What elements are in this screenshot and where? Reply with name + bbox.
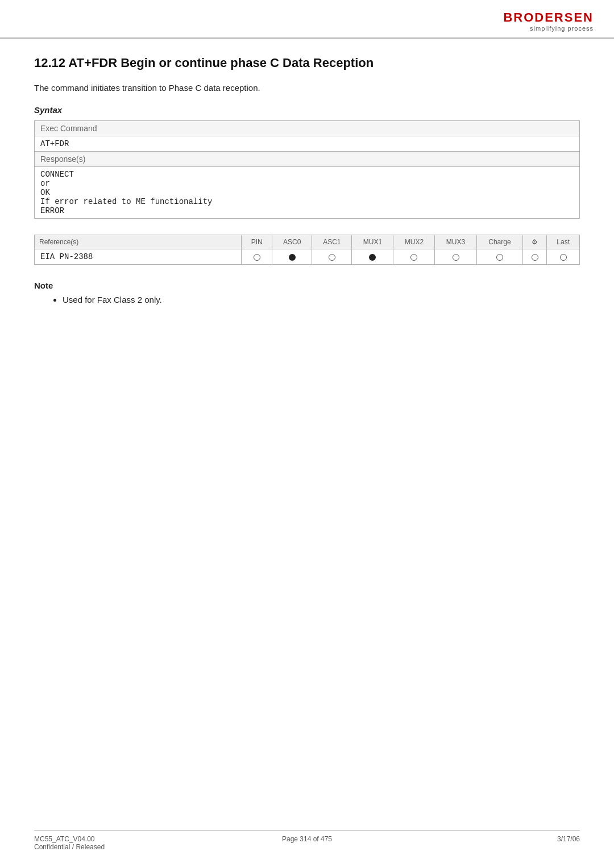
logo-sub: simplifying process xyxy=(530,25,594,32)
exec-command-value: AT+FDR xyxy=(35,136,580,152)
col-asc1: ASC1 xyxy=(312,235,352,249)
ref-charge xyxy=(476,249,523,265)
circle-empty-icon xyxy=(532,254,538,261)
col-mux1: MUX1 xyxy=(352,235,393,249)
footer-confidential: Confidential / Released xyxy=(34,843,216,851)
col-last: Last xyxy=(547,235,580,249)
col-last-icon: ⚙︎ xyxy=(523,235,547,249)
responses-label: Response(s) xyxy=(35,152,580,167)
col-pin: PIN xyxy=(242,235,272,249)
ref-mux2 xyxy=(393,249,435,265)
note-list: Used for Fax Class 2 only. xyxy=(34,295,580,304)
responses-label-row: Response(s) xyxy=(35,152,580,167)
ref-header-label: Reference(s) xyxy=(35,235,242,249)
note-item-1: Used for Fax Class 2 only. xyxy=(63,295,580,304)
exec-command-value-row: AT+FDR xyxy=(35,136,580,152)
logo-text: BRODERSEN xyxy=(503,10,594,25)
page-title: 12.12 AT+FDR Begin or continue phase C D… xyxy=(34,56,580,70)
ref-mux1 xyxy=(352,249,393,265)
ref-mux3 xyxy=(435,249,476,265)
col-asc0: ASC0 xyxy=(272,235,312,249)
footer-date: 3/17/06 xyxy=(398,835,580,843)
circle-filled-asc0 xyxy=(289,254,296,261)
footer-page: Page 314 of 475 xyxy=(216,835,398,843)
ref-last xyxy=(547,249,580,265)
col-mux3: MUX3 xyxy=(435,235,476,249)
ref-pin xyxy=(242,249,272,265)
responses-value-row: CONNECT or OK If error related to ME fun… xyxy=(35,167,580,219)
circle-empty-charge xyxy=(496,254,503,261)
ref-asc1 xyxy=(312,249,352,265)
syntax-table: Exec Command AT+FDR Response(s) CONNECT … xyxy=(34,120,580,219)
col-charge: Charge xyxy=(476,235,523,249)
logo-area: BRODERSEN simplifying process xyxy=(503,10,594,32)
circle-empty-mux2 xyxy=(410,254,417,261)
circle-filled-mux1 xyxy=(369,254,376,261)
page-footer: MC55_ATC_V04.00 Confidential / Released … xyxy=(34,830,580,851)
ref-asc0 xyxy=(272,249,312,265)
circle-empty-mux3 xyxy=(453,254,459,261)
circle-empty-asc1 xyxy=(329,254,335,261)
main-content: 12.12 AT+FDR Begin or continue phase C D… xyxy=(0,39,614,339)
ref-header-row: Reference(s) PIN ASC0 ASC1 MUX1 MUX2 MUX… xyxy=(35,235,580,249)
reference-table: Reference(s) PIN ASC0 ASC1 MUX1 MUX2 MUX… xyxy=(34,235,580,265)
exec-command-row: Exec Command xyxy=(35,121,580,136)
col-mux2: MUX2 xyxy=(393,235,435,249)
circle-empty-pin xyxy=(254,254,260,261)
exec-command-label: Exec Command xyxy=(35,121,580,136)
footer-left: MC55_ATC_V04.00 Confidential / Released xyxy=(34,835,216,851)
ref-data-row: EIA PN-2388 xyxy=(35,249,580,265)
syntax-heading: Syntax xyxy=(34,105,580,115)
responses-value: CONNECT or OK If error related to ME fun… xyxy=(35,167,580,219)
ref-name: EIA PN-2388 xyxy=(35,249,242,265)
page-header: BRODERSEN simplifying process xyxy=(0,0,614,39)
note-heading: Note xyxy=(34,281,580,290)
circle-empty-last xyxy=(560,254,567,261)
footer-doc-id: MC55_ATC_V04.00 xyxy=(34,835,216,843)
intro-text: The command initiates transition to Phas… xyxy=(34,83,580,93)
ref-icon xyxy=(523,249,547,265)
